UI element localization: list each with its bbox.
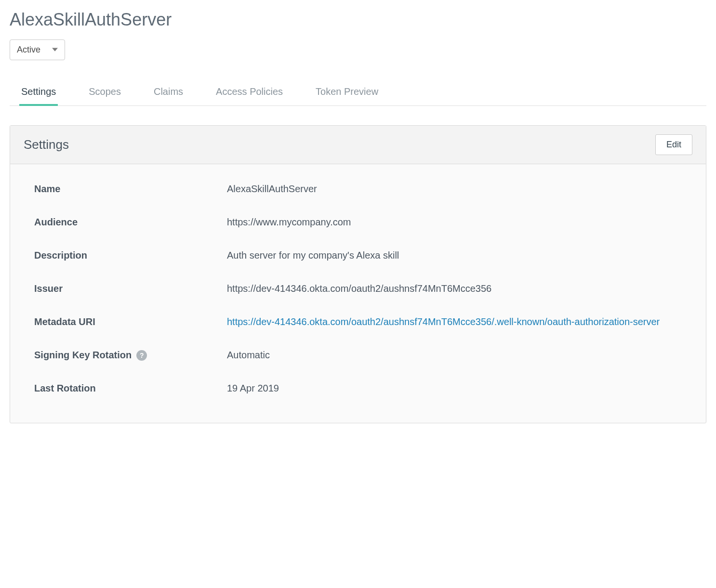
label-description: Description <box>34 250 227 261</box>
tab-access-policies[interactable]: Access Policies <box>214 79 285 106</box>
value-description: Auth server for my company's Alexa skill <box>227 250 682 261</box>
row-issuer: Issuer https://dev-414346.okta.com/oauth… <box>34 283 682 294</box>
label-signing-key-rotation-text: Signing Key Rotation <box>34 350 132 361</box>
tab-scopes[interactable]: Scopes <box>87 79 123 106</box>
label-issuer: Issuer <box>34 283 227 294</box>
label-last-rotation: Last Rotation <box>34 383 227 394</box>
status-dropdown[interactable]: Active <box>10 39 65 60</box>
label-signing-key-rotation: Signing Key Rotation ? <box>34 350 227 361</box>
row-last-rotation: Last Rotation 19 Apr 2019 <box>34 383 682 394</box>
row-name: Name AlexaSkillAuthServer <box>34 183 682 195</box>
panel-header: Settings Edit <box>10 126 706 164</box>
row-description: Description Auth server for my company's… <box>34 250 682 261</box>
label-name: Name <box>34 183 227 195</box>
tab-settings[interactable]: Settings <box>19 79 58 106</box>
tab-claims[interactable]: Claims <box>152 79 185 106</box>
row-audience: Audience https://www.mycompany.com <box>34 217 682 228</box>
tab-token-preview[interactable]: Token Preview <box>314 79 380 106</box>
panel-body: Name AlexaSkillAuthServer Audience https… <box>10 164 706 423</box>
value-signing-key-rotation: Automatic <box>227 350 682 361</box>
value-metadata-uri[interactable]: https://dev-414346.okta.com/oauth2/aushn… <box>227 316 682 327</box>
row-metadata-uri: Metadata URI https://dev-414346.okta.com… <box>34 316 682 327</box>
settings-panel: Settings Edit Name AlexaSkillAuthServer … <box>10 125 706 423</box>
value-issuer: https://dev-414346.okta.com/oauth2/aushn… <box>227 283 682 294</box>
panel-title: Settings <box>24 137 69 152</box>
page-title: AlexaSkillAuthServer <box>10 10 706 30</box>
label-metadata-uri: Metadata URI <box>34 316 227 327</box>
value-last-rotation: 19 Apr 2019 <box>227 383 682 394</box>
tabs: Settings Scopes Claims Access Policies T… <box>10 79 706 106</box>
row-signing-key-rotation: Signing Key Rotation ? Automatic <box>34 350 682 361</box>
value-name: AlexaSkillAuthServer <box>227 183 682 195</box>
chevron-down-icon <box>52 45 58 55</box>
help-icon[interactable]: ? <box>136 350 147 361</box>
value-audience: https://www.mycompany.com <box>227 217 682 228</box>
label-audience: Audience <box>34 217 227 228</box>
edit-button[interactable]: Edit <box>655 134 692 155</box>
status-dropdown-label: Active <box>17 45 40 55</box>
svg-marker-0 <box>52 48 58 51</box>
